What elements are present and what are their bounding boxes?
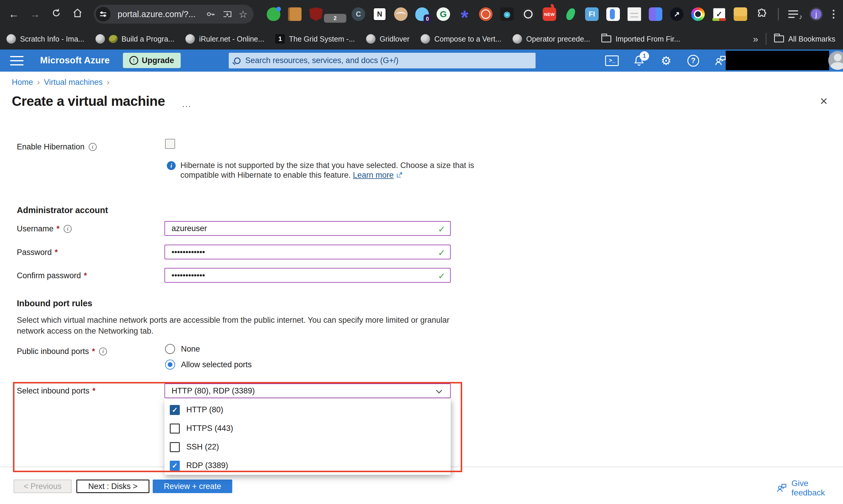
option-rdp-3389[interactable]: ✓ RDP (3389) <box>164 456 451 475</box>
breadcrumb-virtual-machines-link[interactable]: Virtual machines <box>44 78 103 87</box>
checkbox-checked-icon[interactable]: ✓ <box>170 461 180 471</box>
option-http-80[interactable]: ✓ HTTP (80) <box>164 400 451 419</box>
password-input[interactable] <box>165 245 450 259</box>
learn-more-link[interactable]: Learn more <box>353 170 394 180</box>
bookmark-star-icon[interactable]: ☆ <box>239 9 248 19</box>
font-tool-extension-icon[interactable]: FI <box>585 7 599 21</box>
breadcrumb: Home › Virtual machines › <box>12 78 109 87</box>
checkbox-unchecked-icon[interactable] <box>170 442 180 452</box>
site-settings-icon[interactable] <box>96 7 110 21</box>
account-avatar[interactable] <box>828 51 843 70</box>
checkbox-checked-icon[interactable]: ✓ <box>170 405 180 415</box>
react-devtools-extension-icon[interactable]: ◉ <box>500 7 514 21</box>
bookmark-item-build-program[interactable]: Build a Progra... <box>95 34 174 43</box>
bookmark-item-grid-system[interactable]: 1 The Grid System -... <box>275 34 355 43</box>
reload-icon[interactable] <box>51 8 62 21</box>
password-key-icon[interactable] <box>206 9 216 19</box>
folder-clip-extension-icon[interactable] <box>734 7 747 21</box>
option-https-443[interactable]: HTTPS (443) <box>164 419 451 438</box>
crescent-extension-icon[interactable]: C <box>352 7 365 21</box>
close-icon[interactable]: × <box>820 94 828 108</box>
search-input[interactable] <box>245 56 530 65</box>
bookmark-item-operator-precede[interactable]: Operator precede... <box>513 34 590 43</box>
settings-gear-icon[interactable]: ⚙ <box>659 53 674 68</box>
arrow-circle-extension-icon[interactable]: ↗ <box>670 7 684 21</box>
upgrade-button[interactable]: ↑ Upgrade <box>123 53 181 68</box>
external-link-icon <box>396 170 403 180</box>
duckduckgo-extension-icon[interactable] <box>479 7 492 21</box>
forward-icon[interactable]: → <box>30 8 41 20</box>
info-icon[interactable]: i <box>89 143 97 151</box>
feedback-person-icon <box>776 482 787 494</box>
review-create-button[interactable]: Review + create <box>153 480 232 493</box>
portal-search-bar[interactable] <box>229 53 536 68</box>
info-icon[interactable]: i <box>99 347 107 356</box>
browser-menu-icon[interactable] <box>831 10 837 19</box>
radio-allow-selected-ports[interactable]: Allow selected ports <box>165 360 252 370</box>
ghost-extension-icon[interactable]: 0 <box>415 7 429 21</box>
bookmarks-divider <box>766 33 766 45</box>
bookmarks-overflow-icon[interactable]: » <box>753 34 758 44</box>
avatar-face-extension-icon[interactable] <box>394 7 408 21</box>
chevron-down-icon <box>436 387 442 394</box>
portal-brand[interactable]: Microsoft Azure <box>40 55 110 66</box>
send-to-device-icon[interactable] <box>222 9 232 19</box>
feedback-glyph <box>714 54 727 67</box>
hibernate-info-banner: i Hibernate is not supported by the size… <box>167 161 482 180</box>
home-icon[interactable] <box>72 8 83 21</box>
cloud-shell-icon[interactable]: >_ <box>604 53 620 68</box>
url-text[interactable]: portal.azure.com/?... <box>118 10 206 19</box>
checkbox-unchecked-icon[interactable] <box>170 424 180 434</box>
adblock-badge-holder: 2 <box>330 7 344 21</box>
document-extension-icon[interactable] <box>628 7 641 21</box>
color-lens-extension-icon[interactable] <box>691 7 705 21</box>
title-more-menu[interactable]: ... <box>182 99 191 109</box>
mantis-extension-icon[interactable] <box>564 7 577 21</box>
breadcrumb-home-link[interactable]: Home <box>12 78 33 87</box>
help-icon[interactable]: ? <box>686 53 701 68</box>
bookmark-item-imported-folder[interactable]: Imported From Fir... <box>601 35 680 43</box>
radio-none[interactable]: None <box>165 344 200 354</box>
adblock-shield-extension-icon[interactable] <box>309 7 323 21</box>
radio-selected-icon[interactable] <box>165 360 175 370</box>
enable-hibernation-checkbox[interactable] <box>165 139 175 149</box>
playlist-queue-icon[interactable]: ♪ <box>788 7 802 21</box>
bookmark-item-scratch[interactable]: Scratch Info - Ima... <box>6 34 84 43</box>
bookmark-item-compose-vert[interactable]: Compose to a Vert... <box>420 34 501 43</box>
confirm-password-input[interactable] <box>165 269 450 282</box>
address-bar[interactable]: portal.azure.com/?... ☆ <box>94 5 253 23</box>
next-disks-button[interactable]: Next : Disks > <box>76 480 149 493</box>
portal-menu-icon[interactable] <box>10 56 23 66</box>
required-marker: * <box>55 248 58 257</box>
extensions-puzzle-icon[interactable] <box>755 7 768 21</box>
bookmark-item-iruler[interactable]: iRuler.net - Online... <box>185 34 264 43</box>
duo-grid-extension-icon[interactable] <box>649 7 662 21</box>
globe-favicon-icon <box>513 34 522 43</box>
evernote-extension-icon[interactable] <box>267 7 280 21</box>
previous-button[interactable]: < Previous <box>14 480 72 493</box>
radio-unselected-icon[interactable] <box>165 344 175 354</box>
back-icon[interactable]: ← <box>8 8 19 20</box>
target-ring-extension-icon[interactable] <box>521 7 535 21</box>
asterisk-extension-icon[interactable]: * <box>458 7 471 21</box>
option-ssh-22[interactable]: SSH (22) <box>164 438 451 456</box>
grammarly-extension-icon[interactable]: G <box>436 7 450 21</box>
browser-profile-avatar[interactable]: j <box>809 7 823 21</box>
valid-check-icon: ✓ <box>438 224 445 234</box>
all-bookmarks-button[interactable]: All Bookmarks <box>774 35 835 43</box>
info-icon[interactable]: i <box>64 225 72 233</box>
notifications-bell-icon[interactable]: 1 <box>631 53 647 68</box>
username-input[interactable] <box>165 222 450 235</box>
door-pill-extension-icon[interactable] <box>606 7 620 21</box>
new-badge-extension-icon[interactable]: NEW <box>543 7 556 21</box>
required-marker: * <box>57 224 60 233</box>
azure-portal-header: Microsoft Azure ↑ Upgrade >_ 1 ⚙ ? <box>0 50 843 72</box>
bookmark-item-gridlover[interactable]: Gridlover <box>366 34 409 43</box>
give-feedback-link[interactable]: Give feedback <box>776 479 843 498</box>
select-inbound-ports-dropdown[interactable]: HTTP (80), RDP (3389) <box>164 383 451 398</box>
bookmarks-bar: Scratch Info - Ima... Build a Progra... … <box>0 28 843 50</box>
notion-extension-icon[interactable]: N <box>373 7 387 21</box>
notebook-extension-icon[interactable] <box>288 7 302 21</box>
todo-check-extension-icon[interactable]: ✓ <box>713 7 726 21</box>
address-bar-actions: ☆ <box>206 9 248 19</box>
